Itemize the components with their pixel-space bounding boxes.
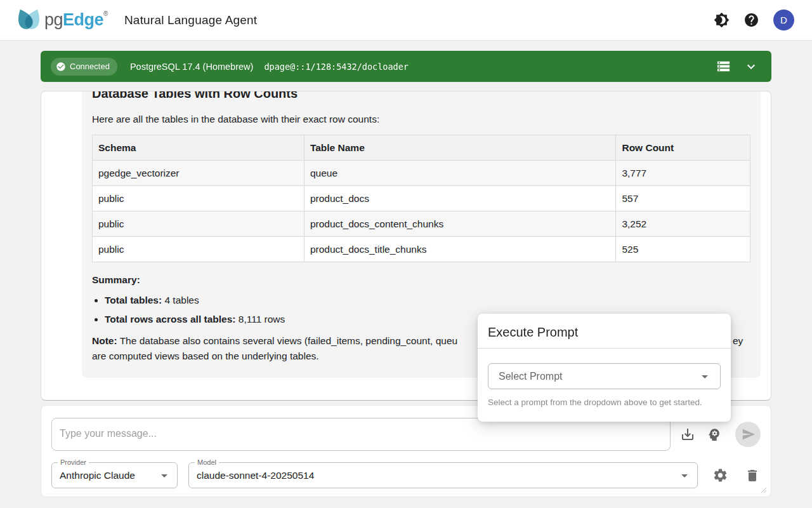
download-icon[interactable] [680,427,695,442]
user-avatar[interactable]: D [773,10,794,30]
trash-icon[interactable] [745,468,760,483]
table-row: pgedge_vectorizer queue 3,777 [93,161,750,186]
caret-down-icon [697,369,712,384]
chevron-down-icon[interactable] [743,59,759,74]
server-version-label: PostgreSQL 17.4 (Homebrew) [130,62,254,72]
pgedge-logo-icon [15,7,43,34]
caret-down-icon [677,468,692,483]
panel-divider [478,348,731,349]
table-row: public product_docs_title_chunks 525 [93,237,750,262]
table-row: public product_docs_content_chunks 3,252 [93,211,750,237]
execute-prompt-title: Execute Prompt [488,325,721,340]
model-select[interactable]: Model claude-sonnet-4-20250514 [188,462,698,488]
gear-icon[interactable] [712,467,728,483]
provider-label: Provider [58,458,89,466]
select-prompt-helper-text: Select a prompt from the dropdown above … [488,398,721,407]
model-value: claude-sonnet-4-20250514 [197,470,677,481]
resize-grip[interactable] [761,487,767,493]
table-header-row: Schema Table Name Row Count [93,135,750,161]
psychology-icon[interactable] [706,427,722,443]
storage-list-icon[interactable] [716,59,731,74]
dark-mode-toggle-icon[interactable] [714,12,730,28]
send-button[interactable] [735,422,761,447]
connection-dsn: dpage@::1/128:5432/docloader [264,62,409,72]
connection-status-badge: Connected [51,58,117,76]
pgedge-brand: pgEdge® [15,7,108,34]
help-icon[interactable] [743,12,759,28]
provider-value: Anthropic Claude [60,470,157,481]
message-heading: Database Tables with Row Counts [92,91,750,101]
caret-down-icon [157,468,172,483]
check-circle-icon [56,62,66,72]
send-icon [740,427,756,441]
connection-status-label: Connected [70,62,110,71]
col-header-row-count: Row Count [616,135,750,161]
select-prompt-value: Select Prompt [499,371,697,382]
db-tables-table: Schema Table Name Row Count pgedge_vecto… [92,135,750,262]
table-row: public product_docs 557 [93,186,750,211]
provider-select[interactable]: Provider Anthropic Claude [51,462,178,488]
app-header: pgEdge® Natural Language Agent D [0,0,812,41]
col-header-schema: Schema [93,135,304,161]
select-prompt-dropdown[interactable]: Select Prompt [488,363,721,389]
brand-wordmark: pgEdge® [44,10,108,30]
note-line-end-fragment: ey [733,333,743,349]
col-header-table-name: Table Name [304,135,616,161]
page-title: Natural Language Agent [124,13,257,27]
summary-label: Summary: [92,274,750,286]
message-input[interactable] [51,418,671,451]
connection-bar: Connected PostgreSQL 17.4 (Homebrew) dpa… [41,51,771,82]
message-intro: Here are all the tables in the database … [92,114,750,125]
execute-prompt-panel: Execute Prompt Select Prompt Select a pr… [478,314,731,422]
model-label: Model [195,458,219,466]
list-item: Total tables: 4 tables [105,295,750,306]
